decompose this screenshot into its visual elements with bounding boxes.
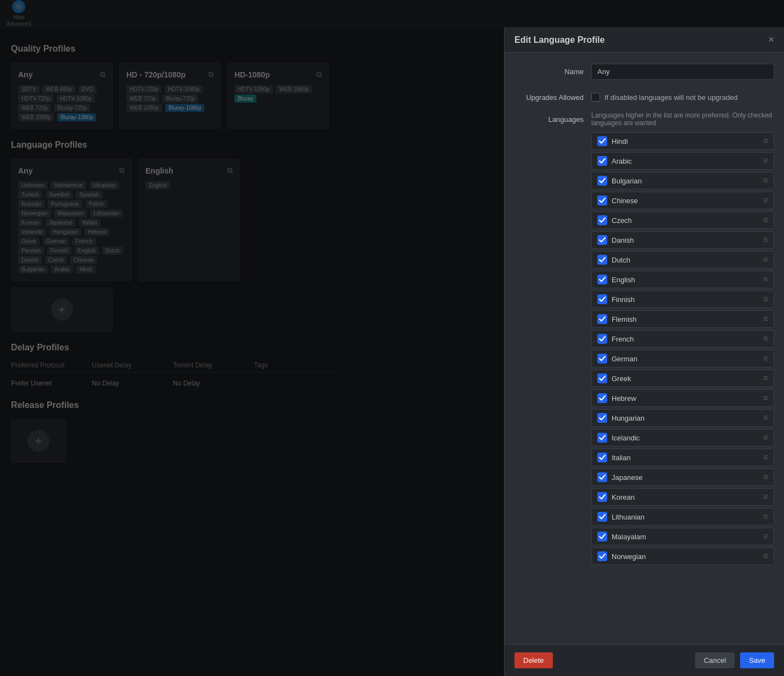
lang-name-finnish: Finnish [612,295,759,304]
upgrades-form-row: Upgrades Allowed If disabled languages w… [514,90,774,102]
lang-item-arabic: Arabic ≡ [591,152,774,170]
lang-item-korean: Korean ≡ [591,488,774,506]
lang-name-french: French [612,335,759,343]
name-input[interactable] [591,64,774,80]
languages-list: Languages higher in the list are more pr… [591,111,774,567]
cancel-button[interactable]: Cancel [695,652,735,668]
drag-handle-french[interactable]: ≡ [763,334,768,344]
lang-item-malayalam: Malayalam ≡ [591,528,774,545]
lang-item-greek: Greek ≡ [591,370,774,387]
drag-handle-japanese[interactable]: ≡ [763,472,768,482]
lang-item-hebrew: Hebrew ≡ [591,389,774,407]
drag-handle-czech[interactable]: ≡ [763,215,768,225]
lang-name-hebrew: Hebrew [612,394,759,403]
drag-handle-dutch[interactable]: ≡ [763,255,768,265]
lang-item-icelandic: Icelandic ≡ [591,429,774,446]
lang-checkbox-danish[interactable] [597,235,607,245]
lang-name-lithuanian: Lithuanian [612,513,759,521]
lang-checkbox-icelandic[interactable] [597,433,607,443]
delete-button[interactable]: Delete [514,652,553,668]
lang-checkbox-italian[interactable] [597,452,607,462]
drag-handle-malayalam[interactable]: ≡ [763,532,768,541]
lang-checkbox-finnish[interactable] [597,294,607,304]
lang-name-chinese: Chinese [612,197,759,205]
languages-form-row: Languages Languages higher in the list a… [514,111,774,567]
lang-name-hungarian: Hungarian [612,414,759,422]
drag-handle-italian[interactable]: ≡ [763,452,768,462]
lang-item-finnish: Finnish ≡ [591,290,774,308]
lang-checkbox-chinese[interactable] [597,195,607,205]
modal-title: Edit Language Profile [514,35,604,45]
drag-handle-flemish[interactable]: ≡ [763,314,768,324]
lang-name-english: English [612,276,759,284]
drag-handle-icelandic[interactable]: ≡ [763,433,768,443]
lang-checkbox-malayalam[interactable] [597,532,607,541]
lang-checkbox-greek[interactable] [597,373,607,383]
save-button[interactable]: Save [740,652,774,668]
drag-handle-hindi[interactable]: ≡ [763,136,768,146]
lang-checkbox-hindi[interactable] [597,136,607,146]
lang-checkbox-arabic[interactable] [597,156,607,166]
lang-checkbox-czech[interactable] [597,215,607,225]
lang-checkbox-french[interactable] [597,334,607,344]
lang-item-dutch: Dutch ≡ [591,251,774,269]
lang-checkbox-flemish[interactable] [597,314,607,324]
drag-handle-greek[interactable]: ≡ [763,373,768,383]
lang-item-flemish: Flemish ≡ [591,310,774,328]
modal-body: Name Upgrades Allowed If disabled langua… [505,53,784,644]
drag-handle-chinese[interactable]: ≡ [763,195,768,205]
lang-name-flemish: Flemish [612,315,759,323]
lang-name-norwegian: Norwegian [612,552,759,561]
modal-header: Edit Language Profile × [505,27,784,53]
modal-close-button[interactable]: × [768,34,774,46]
lang-item-japanese: Japanese ≡ [591,468,774,486]
upgrades-checkbox-label: If disabled languages will not be upgrad… [604,93,738,102]
lang-item-norwegian: Norwegian ≡ [591,547,774,565]
lang-checkbox-hungarian[interactable] [597,413,607,423]
lang-name-arabic: Arabic [612,157,759,165]
lang-item-german: German ≡ [591,350,774,367]
lang-checkbox-hebrew[interactable] [597,393,607,403]
drag-handle-lithuanian[interactable]: ≡ [763,512,768,522]
languages-hint: Languages higher in the list are more pr… [591,111,774,127]
lang-checkbox-norwegian[interactable] [597,551,607,561]
modal-footer-left: Delete [514,652,690,668]
lang-checkbox-japanese[interactable] [597,472,607,482]
lang-checkbox-english[interactable] [597,275,607,284]
lang-item-danish: Danish ≡ [591,231,774,249]
lang-item-italian: Italian ≡ [591,449,774,466]
lang-checkbox-korean[interactable] [597,492,607,502]
drag-handle-korean[interactable]: ≡ [763,492,768,502]
drag-handle-danish[interactable]: ≡ [763,235,768,245]
name-label: Name [514,64,591,76]
drag-handle-hungarian[interactable]: ≡ [763,413,768,423]
lang-item-czech: Czech ≡ [591,211,774,229]
lang-name-icelandic: Icelandic [612,434,759,442]
lang-name-czech: Czech [612,216,759,225]
lang-item-hindi: Hindi ≡ [591,132,774,150]
lang-name-dutch: Dutch [612,256,759,264]
languages-label: Languages [514,111,591,124]
lang-name-korean: Korean [612,493,759,501]
lang-checkbox-german[interactable] [597,354,607,364]
edit-language-profile-modal: Edit Language Profile × Name Upgrades Al… [504,27,784,676]
drag-handle-hebrew[interactable]: ≡ [763,393,768,403]
lang-item-chinese: Chinese ≡ [591,192,774,209]
lang-item-hungarian: Hungarian ≡ [591,409,774,427]
drag-handle-bulgarian[interactable]: ≡ [763,176,768,186]
lang-checkbox-dutch[interactable] [597,255,607,265]
drag-handle-arabic[interactable]: ≡ [763,156,768,166]
lang-name-italian: Italian [612,454,759,462]
lang-name-danish: Danish [612,236,759,244]
drag-handle-english[interactable]: ≡ [763,275,768,284]
lang-item-french: French ≡ [591,330,774,348]
drag-handle-norwegian[interactable]: ≡ [763,551,768,561]
upgrades-label: Upgrades Allowed [514,90,591,102]
lang-name-hindi: Hindi [612,137,759,146]
lang-checkbox-lithuanian[interactable] [597,512,607,522]
lang-item-bulgarian: Bulgarian ≡ [591,172,774,189]
drag-handle-finnish[interactable]: ≡ [763,294,768,304]
drag-handle-german[interactable]: ≡ [763,354,768,364]
upgrades-checkbox[interactable] [591,93,600,102]
lang-checkbox-bulgarian[interactable] [597,176,607,186]
